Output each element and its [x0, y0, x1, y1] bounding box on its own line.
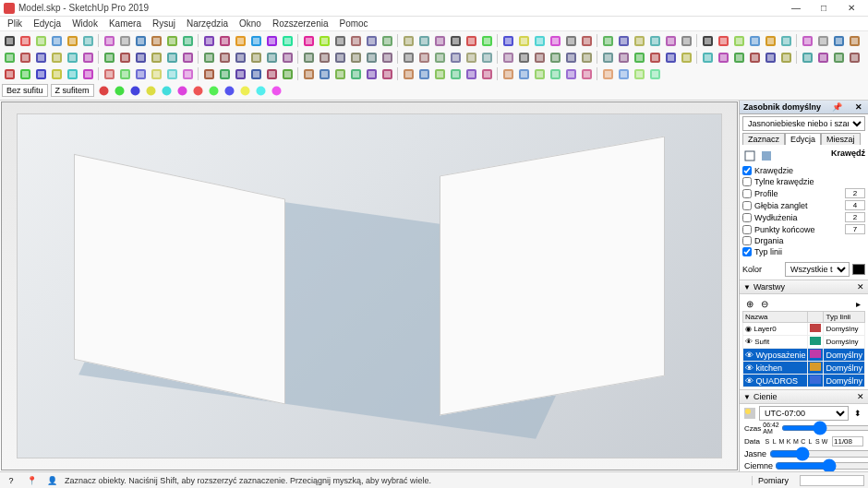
toolbar-button[interactable]: [778, 50, 793, 65]
toolbar-button[interactable]: [500, 50, 515, 65]
toolbar-button[interactable]: [33, 66, 48, 81]
toolbar-button[interactable]: [348, 66, 363, 81]
toolbar-button[interactable]: [102, 50, 116, 65]
style-opt-check[interactable]: [742, 189, 752, 198]
toolbar-button[interactable]: [65, 33, 79, 48]
toolbar-button[interactable]: [65, 66, 79, 81]
time-slider[interactable]: [781, 425, 868, 431]
toolbar-button[interactable]: [117, 66, 132, 81]
toolbar-button[interactable]: [847, 33, 862, 48]
toolbar-button[interactable]: [280, 50, 295, 65]
menu-narzędzia[interactable]: Narzędzia: [181, 18, 234, 30]
shadows-toggle-icon[interactable]: [742, 406, 757, 421]
toolbar-button[interactable]: [164, 50, 179, 65]
measurements-input[interactable]: [800, 475, 864, 486]
toolbar-button[interactable]: [815, 33, 830, 48]
toolbar-button[interactable]: [65, 50, 79, 65]
scene-tab-with-ceiling[interactable]: Z sufitem: [51, 84, 94, 97]
toolbar-button[interactable]: [144, 83, 159, 98]
toolbar-button[interactable]: [647, 50, 662, 65]
style-select[interactable]: Jasnoniebieske niebo i szare: [742, 116, 865, 131]
toolbar-button[interactable]: [416, 33, 431, 48]
toolbar-button[interactable]: [102, 66, 116, 81]
toolbar-button[interactable]: [207, 83, 222, 98]
toolbar-button[interactable]: [18, 50, 32, 65]
toolbar-button[interactable]: [332, 66, 347, 81]
style-opt-value[interactable]: [845, 212, 865, 222]
close-button[interactable]: ✕: [838, 1, 864, 16]
menu-okno[interactable]: Okno: [234, 18, 267, 30]
toolbar-button[interactable]: [548, 33, 562, 48]
timezone-select[interactable]: UTC-07:00: [759, 406, 849, 421]
toolbar-button[interactable]: [647, 33, 662, 48]
toolbar-button[interactable]: [731, 50, 746, 65]
toolbar-button[interactable]: [80, 33, 95, 48]
toolbar-button[interactable]: [317, 33, 332, 48]
geo-icon[interactable]: 📍: [24, 473, 39, 488]
toolbar-button[interactable]: [500, 33, 515, 48]
toolbar-button[interactable]: [448, 50, 463, 65]
toolbar-button[interactable]: [201, 33, 216, 48]
toolbar-button[interactable]: [479, 33, 494, 48]
toolbar-button[interactable]: [201, 66, 216, 81]
toolbar-button[interactable]: [479, 50, 494, 65]
toolbar-button[interactable]: [679, 33, 693, 48]
toolbar-button[interactable]: [33, 33, 48, 48]
toolbar-button[interactable]: [600, 66, 615, 81]
help-icon[interactable]: ?: [4, 473, 18, 488]
toolbar-button[interactable]: [516, 66, 531, 81]
menu-edycja[interactable]: Edycja: [28, 18, 66, 30]
toolbar-button[interactable]: [700, 33, 715, 48]
toolbar-button[interactable]: [280, 66, 295, 81]
toolbar-button[interactable]: [632, 50, 646, 65]
toolbar-button[interactable]: [2, 50, 17, 65]
toolbar-button[interactable]: [2, 66, 17, 81]
toolbar-button[interactable]: [432, 33, 447, 48]
edge-settings-icon[interactable]: [742, 149, 757, 163]
toolbar-button[interactable]: [464, 33, 478, 48]
toolbar-button[interactable]: [632, 66, 646, 81]
toolbar-button[interactable]: [175, 83, 190, 98]
tray-pin-icon[interactable]: 📌: [830, 102, 844, 112]
menu-widok[interactable]: Widok: [66, 18, 103, 30]
toolbar-button[interactable]: [647, 66, 662, 81]
toolbar-button[interactable]: [217, 66, 232, 81]
toolbar-button[interactable]: [416, 50, 431, 65]
face-settings-icon[interactable]: [759, 149, 774, 163]
delete-layer-icon[interactable]: ⊖: [759, 298, 770, 309]
toolbar-button[interactable]: [364, 66, 379, 81]
toolbar-button[interactable]: [348, 50, 363, 65]
toolbar-button[interactable]: [233, 33, 247, 48]
toolbar-button[interactable]: [264, 66, 279, 81]
3d-viewport[interactable]: [1, 101, 738, 470]
style-opt-check[interactable]: [742, 247, 752, 256]
toolbar-button[interactable]: [579, 66, 594, 81]
toolbar-button[interactable]: [364, 33, 379, 48]
toolbar-button[interactable]: [600, 33, 615, 48]
toolbar-button[interactable]: [464, 50, 478, 65]
toolbar-button[interactable]: [332, 33, 347, 48]
toolbar-button[interactable]: [747, 50, 762, 65]
toolbar-button[interactable]: [548, 66, 562, 81]
menu-rysuj[interactable]: Rysuj: [147, 18, 181, 30]
credits-icon[interactable]: 👤: [44, 473, 59, 488]
toolbar-button[interactable]: [317, 66, 332, 81]
toolbar-button[interactable]: [416, 66, 431, 81]
toolbar-button[interactable]: [432, 66, 447, 81]
toolbar-button[interactable]: [149, 33, 163, 48]
toolbar-button[interactable]: [264, 50, 279, 65]
light-slider[interactable]: [769, 450, 868, 458]
toolbar-button[interactable]: [117, 50, 132, 65]
toolbar-button[interactable]: [49, 50, 64, 65]
toolbar-button[interactable]: [716, 50, 730, 65]
toolbar-button[interactable]: [217, 50, 232, 65]
toolbar-button[interactable]: [233, 66, 247, 81]
date-value[interactable]: [832, 436, 863, 446]
toolbar-button[interactable]: [191, 83, 206, 98]
toolbar-button[interactable]: [448, 33, 463, 48]
toolbar-button[interactable]: [180, 66, 195, 81]
toolbar-button[interactable]: [516, 50, 531, 65]
toolbar-button[interactable]: [49, 33, 64, 48]
toolbar-button[interactable]: [763, 50, 778, 65]
layer-row[interactable]: 👁 QUADROSDomyślny: [743, 375, 865, 387]
